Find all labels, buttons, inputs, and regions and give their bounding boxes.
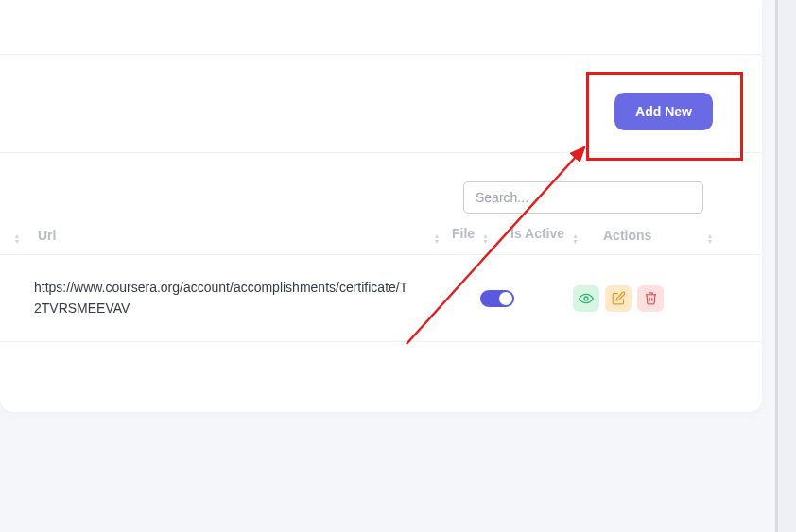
card-footer-pad	[0, 342, 762, 412]
sort-icon[interactable]: ▲▼	[698, 226, 722, 245]
cell-is-active	[480, 290, 573, 307]
page-edge	[775, 0, 796, 532]
sort-icon[interactable]: ▲▼	[0, 226, 34, 245]
search-row	[0, 153, 762, 215]
column-header-url[interactable]: Url	[34, 228, 422, 243]
column-header-file[interactable]: File ▲▼	[452, 226, 510, 245]
column-header-actions: Actions	[603, 228, 698, 243]
content-card: Add New ▲▼ Url ▲▼ File ▲▼ Is Active ▲▼ A…	[0, 0, 762, 412]
cell-actions	[573, 285, 686, 312]
column-header-file-label: File	[452, 226, 475, 241]
column-header-is-active-label: Is Active	[510, 226, 564, 241]
table-row: https://www.coursera.org/account/accompl…	[0, 255, 762, 342]
search-input[interactable]	[463, 181, 703, 214]
is-active-toggle[interactable]	[480, 290, 514, 307]
eye-icon	[579, 291, 594, 306]
edit-button[interactable]	[605, 285, 632, 312]
add-new-button[interactable]: Add New	[614, 93, 713, 130]
card-header-blank	[0, 0, 762, 55]
cell-url: https://www.coursera.org/account/accompl…	[0, 263, 422, 334]
column-header-is-active[interactable]: Is Active ▲▼	[510, 226, 603, 245]
trash-icon	[644, 291, 658, 305]
sort-icon[interactable]: ▲▼	[482, 233, 489, 245]
sort-icon[interactable]: ▲▼	[572, 233, 579, 245]
add-new-row: Add New	[0, 55, 762, 153]
view-button[interactable]	[573, 285, 599, 312]
table-header: ▲▼ Url ▲▼ File ▲▼ Is Active ▲▼ Actions ▲…	[0, 215, 762, 255]
sort-icon[interactable]: ▲▼	[422, 226, 452, 245]
edit-icon	[612, 291, 626, 305]
delete-button[interactable]	[637, 285, 664, 312]
svg-point-0	[584, 297, 588, 300]
